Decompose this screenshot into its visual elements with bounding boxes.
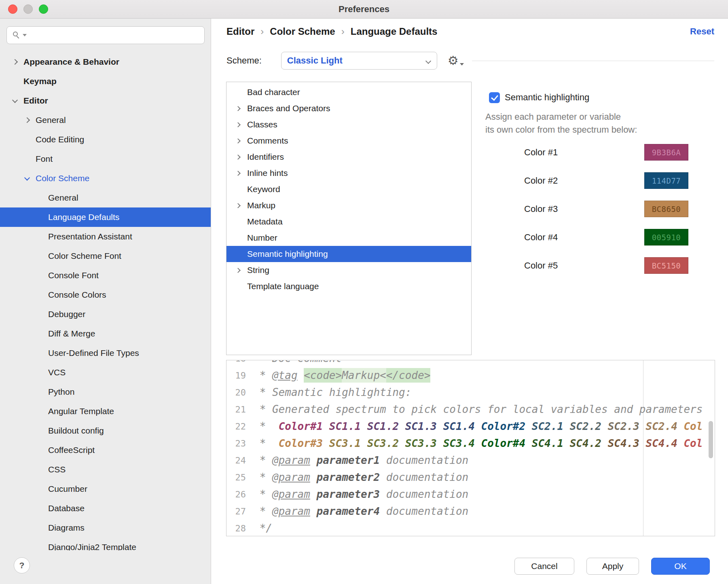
gear-caret-icon: [460, 63, 464, 66]
sidebar-item-label: Code Editing: [36, 135, 84, 144]
sidebar-item-console-colors[interactable]: Console Colors: [0, 285, 211, 305]
code-line[interactable]: 25 * @param parameter2 documentation: [226, 469, 715, 486]
window-title: Preferences: [0, 0, 728, 19]
chevron-down-icon[interactable]: [24, 175, 30, 181]
breadcrumb-item-editor[interactable]: Editor: [226, 26, 254, 37]
code-text: * @param parameter1 documentation: [250, 454, 468, 466]
sidebar-item-diagrams[interactable]: Diagrams: [0, 518, 211, 537]
sidebar-item-diff-merge[interactable]: Diff & Merge: [0, 324, 211, 343]
scheme-settings-button[interactable]: ⚙: [448, 55, 464, 67]
sidebar-item-general[interactable]: General: [0, 188, 211, 207]
preview-code: 18 * Doc comment19 * @tag <code>Markup<<…: [226, 360, 715, 536]
sidebar-item-database[interactable]: Database: [0, 499, 211, 518]
sidebar-item-appearance-behavior[interactable]: Appearance & Behavior: [0, 52, 211, 72]
attribute-item-markup[interactable]: Markup: [226, 197, 471, 214]
color-swatch[interactable]: 114D77: [644, 172, 688, 189]
color-swatch[interactable]: BC8650: [644, 201, 688, 217]
search-options-caret-icon[interactable]: [23, 34, 27, 36]
attribute-item-string[interactable]: String: [226, 262, 471, 278]
search-input[interactable]: [6, 26, 205, 44]
sidebar-item-font[interactable]: Font: [0, 149, 211, 169]
sidebar-item-color-scheme-font[interactable]: Color Scheme Font: [0, 246, 211, 266]
attribute-item-comments[interactable]: Comments: [226, 133, 471, 149]
attribute-item-number[interactable]: Number: [226, 230, 471, 246]
code-line[interactable]: 26 * @param parameter3 documentation: [226, 486, 715, 503]
code-line[interactable]: 28 */: [226, 520, 715, 536]
ok-button[interactable]: OK: [651, 558, 710, 575]
sidebar-item-coffeescript[interactable]: CoffeeScript: [0, 440, 211, 460]
sidebar-item-editor[interactable]: Editor: [0, 91, 211, 110]
sidebar-item-console-font[interactable]: Console Font: [0, 266, 211, 285]
color-swatch[interactable]: 005910: [644, 229, 688, 245]
attribute-item-bad-character[interactable]: Bad character: [226, 84, 471, 100]
sidebar-item-user-defined-file-types[interactable]: User-Defined File Types: [0, 343, 211, 363]
cancel-button[interactable]: Cancel: [514, 558, 574, 575]
attribute-item-template-language[interactable]: Template language: [226, 278, 471, 294]
attribute-item-classes[interactable]: Classes: [226, 116, 471, 133]
color-swatch[interactable]: 9B3B6A: [644, 144, 688, 161]
chevron-down-icon[interactable]: [12, 97, 18, 103]
scheme-select[interactable]: Classic Light: [281, 52, 437, 70]
code-line[interactable]: 22 * Color#1 SC1.1 SC1.2 SC1.3 SC1.4 Col…: [226, 418, 715, 435]
settings-sidebar: Appearance & BehaviorKeymapEditorGeneral…: [0, 19, 211, 584]
color-swatch[interactable]: BC5150: [644, 257, 688, 274]
help-button[interactable]: ?: [14, 557, 30, 573]
sidebar-item-presentation-assistant[interactable]: Presentation Assistant: [0, 227, 211, 246]
settings-tree: Appearance & BehaviorKeymapEditorGeneral…: [0, 52, 211, 550]
sidebar-item-label: Color Scheme Font: [48, 251, 121, 261]
code-text: */: [250, 522, 272, 534]
chevron-right-icon[interactable]: [235, 122, 241, 127]
sidebar-item-language-defaults[interactable]: Language Defaults: [0, 207, 211, 227]
semantic-highlighting-checkbox[interactable]: [489, 92, 500, 103]
breadcrumb-item-color-scheme[interactable]: Color Scheme: [270, 26, 335, 37]
sidebar-item-label: Buildout config: [48, 426, 104, 436]
sidebar-item-cucumber[interactable]: Cucumber: [0, 479, 211, 499]
apply-button[interactable]: Apply: [586, 558, 639, 575]
chevron-right-icon[interactable]: [235, 203, 241, 208]
sidebar-item-buildout-config[interactable]: Buildout config: [0, 421, 211, 440]
sidebar-item-debugger[interactable]: Debugger: [0, 305, 211, 324]
sidebar-item-django-jinja2-template[interactable]: Django/Jinja2 Template: [0, 537, 211, 550]
sidebar-item-label: Appearance & Behavior: [23, 57, 119, 67]
code-line[interactable]: 20 * Semantic highlighting:: [226, 384, 715, 401]
sidebar-item-angular-template[interactable]: Angular Template: [0, 402, 211, 421]
line-number: 26: [226, 489, 250, 499]
code-line[interactable]: 21 * Generated spectrum to pick colors f…: [226, 401, 715, 418]
attribute-item-metadata[interactable]: Metadata: [226, 214, 471, 230]
code-line[interactable]: 24 * @param parameter1 documentation: [226, 452, 715, 469]
chevron-right-icon[interactable]: [235, 106, 241, 111]
preview-scrollbar-thumb[interactable]: [709, 421, 713, 458]
code-line[interactable]: 23 * Color#3 SC3.1 SC3.2 SC3.3 SC3.4 Col…: [226, 435, 715, 452]
sidebar-item-css[interactable]: CSS: [0, 460, 211, 479]
chevron-right-icon[interactable]: [12, 59, 18, 65]
code-line[interactable]: 27 * @param parameter4 documentation: [226, 503, 715, 520]
color-row-color-5: Color #5BC5150: [489, 257, 715, 274]
code-text: * Doc comment: [250, 360, 342, 364]
color-label: Color #4: [524, 232, 558, 243]
sidebar-item-label: Color Scheme: [36, 174, 89, 183]
sidebar-item-color-scheme[interactable]: Color Scheme: [0, 169, 211, 188]
sidebar-item-python[interactable]: Python: [0, 382, 211, 402]
code-line[interactable]: 18 * Doc comment: [226, 360, 715, 367]
chevron-right-icon[interactable]: [235, 154, 241, 160]
sidebar-item-vcs[interactable]: VCS: [0, 363, 211, 382]
sidebar-item-keymap[interactable]: Keymap: [0, 72, 211, 91]
sidebar-item-code-editing[interactable]: Code Editing: [0, 130, 211, 149]
sidebar-item-label: User-Defined File Types: [48, 348, 139, 358]
attribute-item-identifiers[interactable]: Identifiers: [226, 149, 471, 165]
attribute-item-keyword[interactable]: Keyword: [226, 181, 471, 197]
line-number: 25: [226, 472, 250, 482]
attribute-item-braces-and-operators[interactable]: Braces and Operators: [226, 100, 471, 116]
chevron-right-icon[interactable]: [235, 268, 241, 273]
chevron-right-icon[interactable]: [24, 117, 30, 123]
reset-button[interactable]: Reset: [690, 26, 714, 37]
sidebar-item-label: CoffeeScript: [48, 445, 95, 455]
main-panel: Editor › Color Scheme › Language Default…: [211, 19, 728, 584]
line-number: 20: [226, 387, 250, 398]
chevron-right-icon[interactable]: [235, 171, 241, 176]
chevron-right-icon[interactable]: [235, 138, 241, 144]
attribute-item-semantic-highlighting[interactable]: Semantic highlighting: [226, 246, 471, 262]
attribute-item-inline-hints[interactable]: Inline hints: [226, 165, 471, 181]
code-line[interactable]: 19 * @tag <code>Markup<</code>: [226, 367, 715, 384]
sidebar-item-general[interactable]: General: [0, 110, 211, 130]
